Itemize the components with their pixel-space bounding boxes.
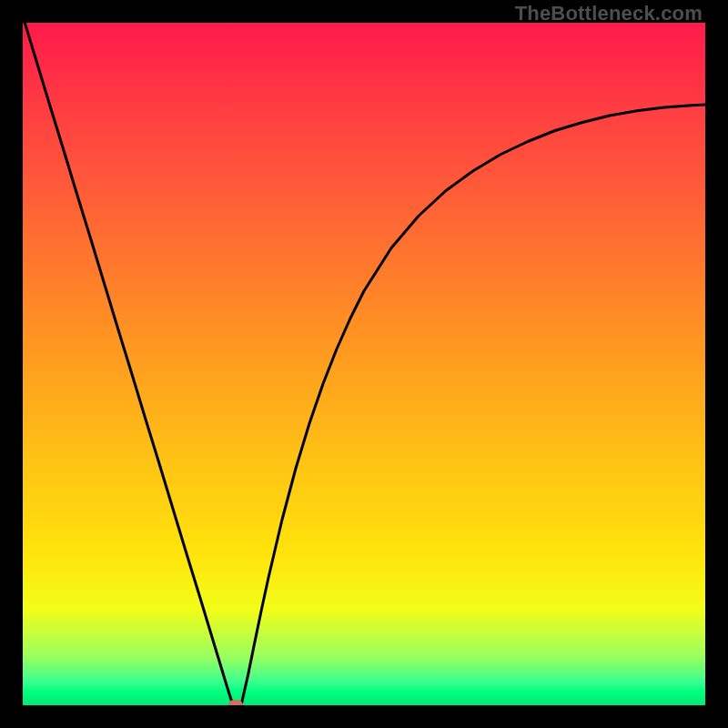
- plot-area: [23, 23, 705, 705]
- optimal-point-marker: [228, 700, 243, 705]
- bottleneck-curve-svg: [23, 23, 705, 705]
- bottleneck-curve: [23, 23, 705, 705]
- chart-frame: TheBottleneck.com: [0, 0, 728, 728]
